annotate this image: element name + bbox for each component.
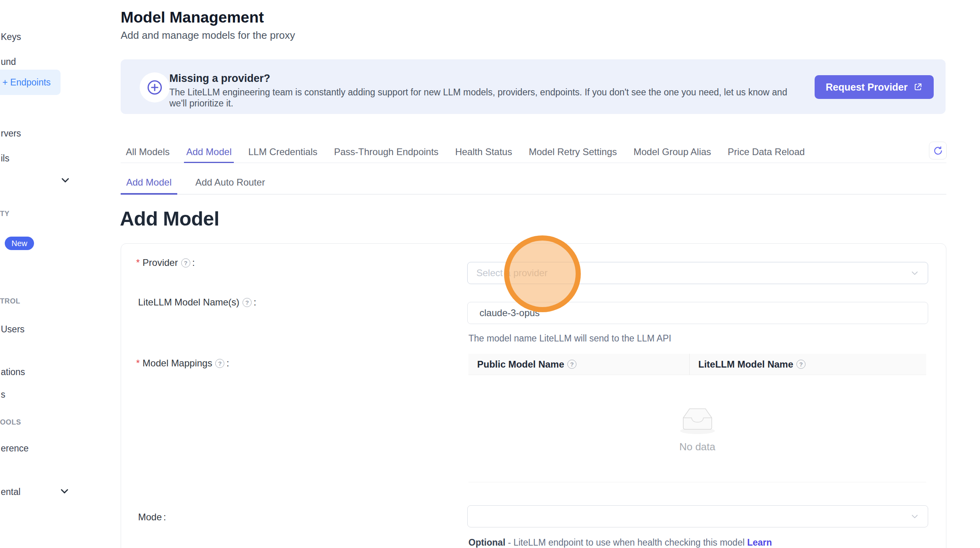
tab-pass-through-endpoints[interactable]: Pass-Through Endpoints [334, 141, 438, 163]
provider-label-text: Provider [142, 257, 178, 268]
tab-model-group-alias[interactable]: Model Group Alias [633, 141, 711, 163]
column-label: Public Model Name [477, 359, 564, 370]
sidebar-item-inference[interactable]: erence [1, 443, 28, 454]
provider-select[interactable]: Select a provider [467, 262, 928, 284]
question-circle-icon[interactable]: ? [181, 258, 190, 267]
sidebar-section-observability: TY [0, 210, 9, 218]
mappings-empty-state: No data [468, 375, 926, 482]
sidebar-item-experimental[interactable]: ental [1, 487, 21, 497]
chevron-down-icon [910, 512, 919, 521]
refresh-icon [933, 146, 943, 156]
banner-body-line2: we'll prioritize it. [169, 98, 233, 109]
model-name-value: claude-3-opus [480, 307, 540, 319]
sidebar-item-users[interactable]: Users [1, 324, 25, 335]
column-public-model-name: Public Model Name ? [468, 354, 690, 375]
add-model-subtabs: Add Model Add Auto Router [121, 171, 946, 195]
sidebar-item-endpoints[interactable]: + Endpoints [0, 70, 61, 95]
new-badge-label: New [11, 239, 27, 248]
model-name-label-text: LiteLLM Model Name(s) [138, 297, 239, 308]
provider-select-placeholder: Select a provider [476, 267, 548, 279]
banner-body-line1: The LiteLLM engineering team is constant… [169, 87, 787, 98]
question-circle-icon[interactable]: ? [243, 298, 252, 307]
question-circle-icon[interactable]: ? [796, 360, 806, 369]
sidebar-item-keys[interactable]: Keys [1, 32, 21, 42]
model-name-input[interactable]: claude-3-opus [467, 302, 928, 324]
external-link-icon [913, 82, 923, 92]
mode-helper-bold: Optional [468, 537, 505, 548]
tab-llm-credentials[interactable]: LLM Credentials [248, 141, 317, 163]
page-subtitle: Add and manage models for the proxy [121, 29, 295, 42]
mode-label-text: Mode [138, 512, 162, 523]
model-mappings-label: * Model Mappings ? : [136, 358, 229, 369]
question-circle-icon[interactable]: ? [567, 360, 576, 369]
label-colon: : [163, 512, 166, 523]
mappings-table-header: Public Model Name ? LiteLLM Model Name ? [468, 354, 926, 375]
label-colon: : [192, 257, 195, 268]
no-data-text: No data [679, 441, 715, 453]
tab-add-model[interactable]: Add Model [186, 141, 232, 163]
label-colon: : [226, 358, 229, 369]
mode-helper: Optional - LiteLLM endpoint to use when … [468, 537, 772, 548]
add-model-form-card: * Provider ? : Select a provider LiteLLM… [121, 243, 946, 548]
subtab-add-model[interactable]: Add Model [121, 171, 177, 194]
empty-inbox-icon [677, 404, 718, 437]
column-litellm-model-name: LiteLLM Model Name ? [690, 354, 808, 375]
sidebar-section-access-control: TROL [0, 297, 20, 305]
mode-label: Mode : [138, 512, 166, 523]
provider-label: * Provider ? : [136, 257, 195, 268]
page-title: Model Management [121, 9, 264, 26]
add-model-heading: Add Model [120, 207, 219, 230]
plus-circle-icon [140, 72, 170, 102]
model-management-page: Keys und + Endpoints rvers ils TY New TR… [0, 0, 980, 548]
sidebar-item-guardrails[interactable]: ils [1, 153, 9, 164]
model-mappings-table: Public Model Name ? LiteLLM Model Name ?… [468, 354, 926, 482]
sidebar-item-playground[interactable]: und [1, 57, 16, 67]
sidebar-item-endpoints-label: + Endpoints [2, 77, 51, 88]
label-colon: : [254, 297, 256, 308]
question-circle-icon[interactable]: ? [215, 359, 224, 368]
model-name-label: LiteLLM Model Name(s) ? : [138, 297, 256, 308]
chevron-down-icon[interactable] [59, 486, 70, 496]
required-asterisk: * [136, 257, 140, 268]
sidebar-item-organizations[interactable]: ations [1, 367, 25, 377]
chevron-down-icon [910, 269, 919, 277]
missing-provider-banner: Missing a provider? The LiteLLM engineer… [121, 59, 946, 114]
new-badge: New [5, 237, 34, 250]
subtab-add-auto-router[interactable]: Add Auto Router [190, 171, 271, 194]
model-name-helper: The model name LiteLLM will send to the … [468, 333, 671, 344]
tab-price-data-reload[interactable]: Price Data Reload [728, 141, 805, 163]
sidebar-item-servers[interactable]: rvers [1, 128, 21, 139]
request-provider-button[interactable]: Request Provider [815, 75, 934, 99]
chevron-down-icon[interactable] [60, 175, 70, 185]
model-tabs: All Models Add Model LLM Credentials Pas… [121, 141, 946, 163]
tab-model-retry-settings[interactable]: Model Retry Settings [529, 141, 617, 163]
tab-health-status[interactable]: Health Status [455, 141, 512, 163]
mode-select[interactable] [467, 505, 928, 527]
sidebar: Keys und + Endpoints rvers ils TY New TR… [0, 0, 83, 548]
sidebar-section-tools: OOLS [0, 418, 21, 427]
refresh-button[interactable] [929, 142, 947, 159]
banner-title: Missing a provider? [169, 72, 270, 85]
mode-helper-text: - LiteLLM endpoint to use when health ch… [505, 537, 747, 548]
model-mappings-label-text: Model Mappings [142, 358, 212, 369]
required-asterisk: * [136, 358, 140, 369]
sidebar-item-teams[interactable]: s [1, 389, 6, 400]
request-provider-label: Request Provider [826, 82, 908, 93]
tab-all-models[interactable]: All Models [126, 141, 170, 163]
learn-link[interactable]: Learn [747, 537, 772, 548]
column-label: LiteLLM Model Name [698, 359, 793, 370]
